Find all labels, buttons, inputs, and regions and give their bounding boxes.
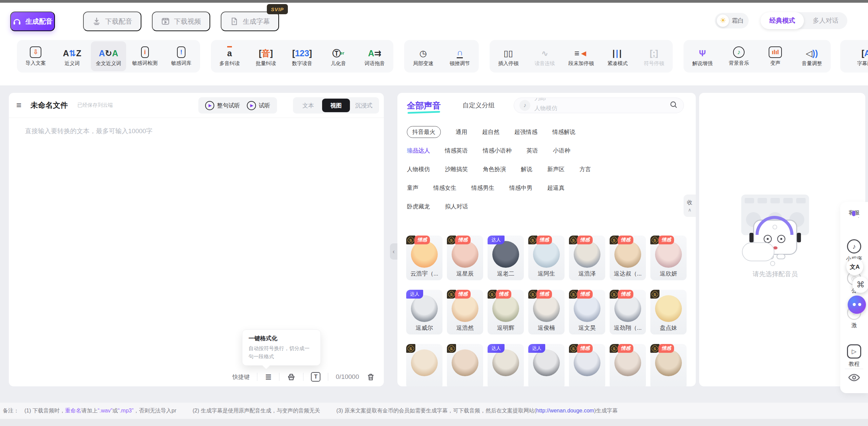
voice-card[interactable]: S情感逗浩然 [447,290,483,334]
category-pill[interactable]: 方言 [579,165,591,173]
translate-icon[interactable]: 文A [846,258,863,275]
category-pill[interactable]: 情感女生 [433,184,456,192]
listen-button[interactable]: ▶试听 [247,101,270,110]
toolbar-item-word-elongate[interactable]: A⇉词语拖音 [357,41,392,71]
category-pill[interactable]: 通用 [456,128,467,136]
toolbar-item-subtitle-voice[interactable]: [A]字幕配音 [850,41,868,71]
toolbar-item-sensitive-detect[interactable]: i敏感词检测 [127,41,162,71]
toolbar-item-fulltext-synonym[interactable]: A↻A全文近义词 [91,41,126,71]
category-pill[interactable]: 超自然 [482,128,499,136]
category-pill[interactable]: 小语种 [553,147,570,155]
search-icon[interactable] [669,100,678,110]
toolbar-item-narration-boost[interactable]: Ψ解说增强 [685,41,720,71]
toggle-dock-visibility[interactable] [840,373,868,383]
tab-all-voices[interactable]: 全部声音 [407,100,441,111]
one-click-format-icon[interactable]: ≣ [265,372,272,382]
panel-collapse-handle[interactable]: ‹ [390,243,397,260]
toolbar-item-erhua[interactable]: Ⓣer儿化音 [321,41,356,71]
toolbar-item-paragraph-pause[interactable]: ≡◄段末加停顿 [564,41,599,71]
voice-card[interactable]: 达人逗老二 [488,236,524,280]
view-tab-沉浸式[interactable]: 沉浸式 [350,99,378,112]
category-pill[interactable]: 抖音最火 [407,126,441,138]
view-tab-文本[interactable]: 文本 [294,99,322,112]
theme-toggle[interactable]: ☀ 霜白 [715,13,749,28]
voice-card[interactable]: S情感逗阿生 [528,236,565,280]
text-style-icon[interactable]: T [311,372,320,382]
robot-face-icon[interactable] [848,296,866,314]
mode-option-classic[interactable]: 经典模式 [761,12,804,29]
voice-search-input[interactable]: ♪ 刀郎 人物模仿 [514,98,684,113]
sidebar-item-support-mascot[interactable]: 客服 [840,207,868,217]
document-title[interactable]: 未命名文件 [31,100,68,110]
trash-icon[interactable] [367,373,375,381]
category-pill[interactable]: 超逼真 [547,184,565,192]
text-input-placeholder[interactable]: 直接输入要转换的文本，最多可输入10000字 [25,127,153,136]
category-pill[interactable]: 臻品达人 [407,147,430,155]
voice-card[interactable]: S情感逗达叔（... [610,236,646,280]
category-pill[interactable]: 卧虎藏龙 [407,203,430,210]
header-action-video[interactable]: 下载视频 [152,12,210,31]
category-pill[interactable]: 英语 [527,147,538,155]
category-pill[interactable]: 新声区 [547,165,565,173]
voice-card[interactable]: S情感逗浩泽 [569,236,605,280]
toolbar-item-polyphonic[interactable]: a多音纠读 [212,41,247,71]
voice-card[interactable]: 达人 [488,344,524,386]
category-pill[interactable]: 情感英语 [445,147,468,155]
toolbar-item-volume[interactable]: ◁))音量调整 [794,41,829,71]
voice-card[interactable]: S盘点妹 [650,290,687,334]
footnote-link[interactable]: http://wenan.douge.com [536,408,594,414]
toolbar-item-number-reading[interactable]: [123]数字读音 [284,41,320,71]
mode-option-multi[interactable]: 多人对话 [804,12,847,29]
category-pill[interactable]: 解说 [521,165,532,173]
category-pill[interactable]: 情感小语种 [483,147,512,155]
voice-card[interactable]: S情感逗欣妍 [650,236,687,280]
category-pill[interactable]: 沙雕搞笑 [445,165,468,173]
voice-card[interactable]: 达人 [528,344,565,386]
toolbar-item-compact-mode[interactable]: |||紧凑模式 [600,41,635,71]
clean-brush-icon[interactable] [287,372,296,381]
category-pill[interactable]: 角色扮演 [483,165,506,173]
toolbar-item-sensitive-library[interactable]: !敏感词库 [164,41,199,71]
voice-card[interactable]: S [447,344,483,386]
category-pill[interactable]: 情感中男 [509,184,532,192]
toolbar-item-speed[interactable]: ◷局部变速 [406,41,441,71]
toolbar-item-synonym[interactable]: A⇅Z近义词 [55,41,90,71]
toolbar-item-voice-change[interactable]: ılıl变声 [758,41,793,71]
tab-custom-groups[interactable]: 自定义分组 [462,101,495,110]
collapse-categories-button[interactable]: 收 ∧ [684,195,696,217]
toolbar-item-insert-pause[interactable]: ▯▯插入停顿 [491,41,526,71]
header-action-subtitle-doc[interactable]: T生成字幕 [221,12,279,31]
category-pill[interactable]: 人物模仿 [407,165,430,173]
voice-card[interactable]: S情感逗文昊 [569,290,605,334]
voice-card[interactable]: S情感逗明辉 [488,290,524,334]
voice-card[interactable]: 达人逗威尔 [406,290,442,334]
voice-card[interactable]: S情感逗劲翔（... [610,290,646,334]
category-pill[interactable]: 童声 [407,184,418,192]
voice-card[interactable]: S情感 [650,344,687,386]
category-pill[interactable]: 超强情感 [514,128,537,136]
category-pill[interactable]: 拟人对话 [445,203,468,210]
category-pill[interactable]: 情感解说 [552,128,575,136]
sidebar-item-tutorial-play[interactable]: ▷教程 [840,344,868,368]
toolbar-item-cadence[interactable]: ∩顿挫调节 [442,41,477,71]
voice-card[interactable]: S情感逗俊楠 [528,290,565,334]
voice-card[interactable]: S情感云浩宇（... [406,236,442,280]
toolbar-item-liaison[interactable]: ∿读音连续 [527,41,563,71]
voice-card[interactable]: S情感 [569,344,605,386]
header-action-download[interactable]: 下载配音 [83,12,141,31]
grid-icon[interactable]: ⌘ [852,277,868,293]
shortcuts-button[interactable]: 快捷键 [232,373,250,381]
symbol-pause-icon: [;] [650,46,658,58]
voice-card[interactable]: S [406,344,442,386]
generate-voiceover-button[interactable]: 生成配音 [10,12,55,31]
menu-icon[interactable]: ≡ [16,100,28,110]
view-tab-视图[interactable]: 视图 [322,99,350,112]
toolbar-item-symbol-pause[interactable]: [;]符号停顿 [636,41,672,71]
category-pill[interactable]: 情感男生 [471,184,494,192]
listen-full-sentence-button[interactable]: ▶整句试听 [205,101,240,110]
toolbar-item-batch-correct[interactable]: [音]批量纠读 [248,41,283,71]
toolbar-item-bgm[interactable]: ♪背景音乐 [721,41,756,71]
toolbar-item-import-doc[interactable]: ⇩导入文案 [18,41,53,71]
voice-card[interactable]: S情感逗星辰 [447,236,483,280]
voice-card[interactable]: S情感 [610,344,646,386]
